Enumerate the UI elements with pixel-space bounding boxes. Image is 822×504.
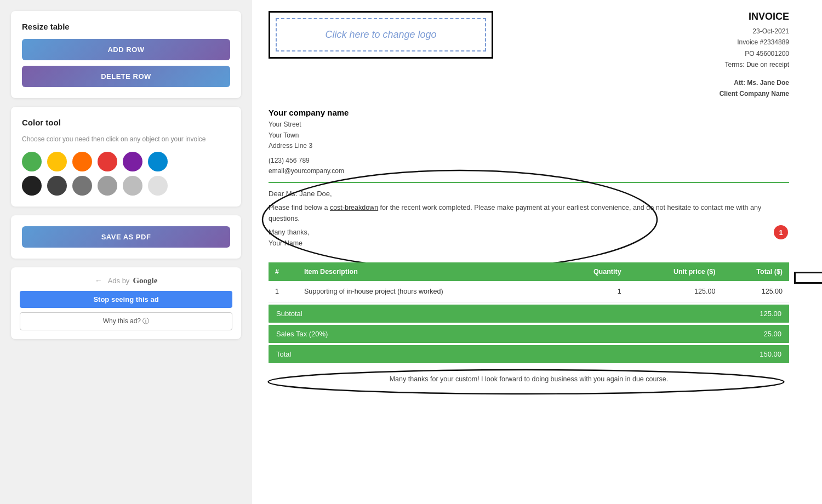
col-total: Total ($) xyxy=(722,262,789,281)
color-black[interactable] xyxy=(22,176,42,196)
row-num: 1 xyxy=(269,281,298,302)
table-arrow xyxy=(794,262,822,293)
ads-back-arrow[interactable]: ← xyxy=(95,276,102,285)
row-total: 125.00 xyxy=(722,281,789,302)
tax-label: Sales Tax (20%) xyxy=(276,330,328,338)
invoice-title: INVOICE xyxy=(720,11,789,22)
add-row-button[interactable]: ADD ROW xyxy=(22,39,230,60)
company-name: Your company name xyxy=(269,108,789,117)
subtotal-row: Subtotal 125.00 xyxy=(269,305,789,323)
color-tool-description: Choose color you need then click on any … xyxy=(22,135,230,144)
delete-row-button[interactable]: DELETE ROW xyxy=(22,66,230,87)
col-unit-price: Unit price ($) xyxy=(628,262,722,281)
client-att: Att: Ms. Jane Doe xyxy=(720,77,789,88)
ads-by-google-label: ← Ads by Google xyxy=(20,276,232,285)
col-quantity: Quantity xyxy=(558,262,628,281)
tax-value: 25.00 xyxy=(763,330,781,338)
color-green[interactable] xyxy=(22,152,42,171)
color-yellow[interactable] xyxy=(47,152,67,171)
color-light-gray[interactable] xyxy=(123,176,142,196)
table-header: # Item Description Quantity Unit price (… xyxy=(269,262,789,281)
row-unit-price: 125.00 xyxy=(628,281,722,302)
invoice-number: Invoice #2334889 xyxy=(720,37,789,48)
invoice-area: Click here to change logo INVOICE 23-Oct… xyxy=(252,0,822,504)
invoice-date: 23-Oct-2021 xyxy=(720,26,789,37)
row-quantity: 1 xyxy=(558,281,628,302)
cost-breakdown-link[interactable]: cost-breakdown xyxy=(330,204,378,211)
google-text: Google xyxy=(133,276,157,285)
ads-card: ← Ads by Google Stop seeing this ad Why … xyxy=(11,267,241,339)
table-body: 1 Supporting of in-house project (hours … xyxy=(269,281,789,302)
company-phone: (123) 456 789 xyxy=(269,156,789,166)
color-tool-title: Color tool xyxy=(22,118,230,127)
salutation: Dear Ms. Jane Doe, xyxy=(269,190,789,198)
col-description: Item Description xyxy=(298,262,558,281)
color-red[interactable] xyxy=(98,152,117,171)
sidebar: Resize table ADD ROW DELETE ROW Color to… xyxy=(0,0,252,504)
tax-row: Sales Tax (20%) 25.00 xyxy=(269,325,789,343)
color-swatches xyxy=(22,152,230,196)
company-town: Your Town xyxy=(269,130,789,141)
color-orange[interactable] xyxy=(72,152,92,171)
company-info: Your company name Your Street Your Town … xyxy=(269,108,789,176)
invoice-terms: Terms: Due on receipt xyxy=(720,59,789,70)
invoice-table: # Item Description Quantity Unit price (… xyxy=(269,262,789,302)
color-row-2 xyxy=(22,176,230,196)
total-label: Total xyxy=(276,350,291,358)
sign-off: Many thanks, xyxy=(269,228,789,236)
color-mid-gray[interactable] xyxy=(72,176,92,196)
logo-placeholder-text: Click here to change logo xyxy=(325,29,436,40)
company-street: Your Street xyxy=(269,119,789,130)
total-row: Total 150.00 xyxy=(269,345,789,363)
company-contact: (123) 456 789 email@yourcompany.com xyxy=(269,156,789,176)
table-row: 1 Supporting of in-house project (hours … xyxy=(269,281,789,302)
invoice-meta: INVOICE 23-Oct-2021 Invoice #2334889 PO … xyxy=(720,11,789,99)
main-content: Click here to change logo INVOICE 23-Oct… xyxy=(252,0,822,504)
client-info: Att: Ms. Jane Doe Client Company Name xyxy=(720,77,789,100)
subtotal-label: Subtotal xyxy=(276,310,302,318)
row-description: Supporting of in-house project (hours wo… xyxy=(298,281,558,302)
invoice-footer: Many thanks for your custom! I look forw… xyxy=(269,372,789,386)
logo-area[interactable]: Click here to change logo xyxy=(269,11,493,59)
save-pdf-button[interactable]: SAVE AS PDF xyxy=(22,226,230,248)
color-very-light-gray[interactable] xyxy=(148,176,168,196)
col-num: # xyxy=(269,262,298,281)
color-tool-card: Color tool Choose color you need then cl… xyxy=(11,107,241,207)
green-divider xyxy=(269,182,789,183)
body-text: Please find below a cost-breakdown for t… xyxy=(269,202,789,224)
color-blue[interactable] xyxy=(148,152,168,171)
save-pdf-card: SAVE AS PDF xyxy=(11,215,241,259)
logo-placeholder[interactable]: Click here to change logo xyxy=(276,18,486,51)
color-gray[interactable] xyxy=(98,176,117,196)
color-row-1 xyxy=(22,152,230,171)
ads-by-text: Ads by xyxy=(108,277,130,285)
color-dark-gray[interactable] xyxy=(47,176,67,196)
company-address3: Address Line 3 xyxy=(269,141,789,151)
company-email: email@yourcompany.com xyxy=(269,166,789,176)
total-value: 150.00 xyxy=(760,350,781,358)
resize-table-card: Resize table ADD ROW DELETE ROW xyxy=(11,11,241,98)
resize-table-title: Resize table xyxy=(22,22,230,31)
client-company: Client Company Name xyxy=(720,88,789,99)
annotation-badge: 1 xyxy=(774,225,788,239)
stop-ad-button[interactable]: Stop seeing this ad xyxy=(20,291,232,308)
subtotal-value: 125.00 xyxy=(760,310,781,318)
invoice-po: PO 456001200 xyxy=(720,48,789,59)
why-ad-button[interactable]: Why this ad? ⓘ xyxy=(20,312,232,330)
color-purple[interactable] xyxy=(123,152,142,171)
your-name: Your Name xyxy=(269,239,789,247)
